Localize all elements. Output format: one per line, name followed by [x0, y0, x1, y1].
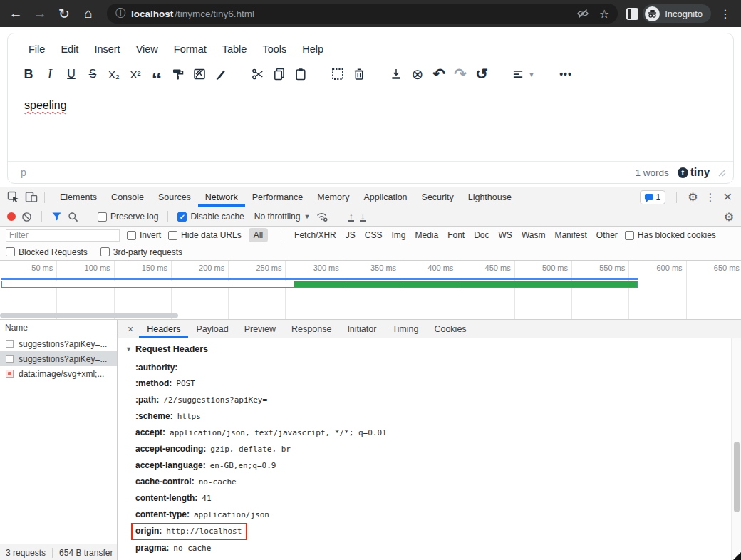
devtools-close-icon[interactable]: ✕: [723, 190, 732, 204]
delete-button[interactable]: [348, 63, 370, 85]
filter-type-media[interactable]: Media: [415, 230, 438, 240]
filter-input[interactable]: [6, 229, 120, 242]
disable-cache-checkbox[interactable]: ✓ Disable cache: [177, 212, 244, 222]
menu-help[interactable]: Help: [294, 41, 331, 58]
back-icon[interactable]: ←: [6, 4, 26, 24]
hide-data-urls-checkbox[interactable]: Hide data URLs: [168, 230, 242, 240]
more-button[interactable]: •••: [555, 63, 576, 85]
request-row[interactable]: suggestions?apiKey=...: [0, 351, 117, 366]
filter-type-manifest[interactable]: Manifest: [554, 230, 586, 240]
network-conditions-icon[interactable]: [316, 211, 328, 222]
tab-console[interactable]: Console: [104, 187, 151, 207]
cut-button[interactable]: [247, 63, 269, 85]
filter-type-img[interactable]: Img: [391, 230, 405, 240]
underline-button[interactable]: U: [61, 63, 82, 85]
menu-table[interactable]: Table: [214, 41, 255, 58]
tab-application[interactable]: Application: [356, 187, 414, 207]
detail-tab-timing[interactable]: Timing: [384, 320, 426, 338]
select-all-button[interactable]: [327, 63, 348, 85]
restore-draft-button[interactable]: ↺: [471, 63, 492, 85]
filter-type-fetch-xhr[interactable]: Fetch/XHR: [294, 230, 336, 240]
menu-format[interactable]: Format: [166, 41, 214, 58]
resize-handle-icon[interactable]: [718, 169, 726, 177]
invert-checkbox[interactable]: Invert: [127, 230, 161, 240]
tab-elements[interactable]: Elements: [53, 187, 104, 207]
network-settings-icon[interactable]: ⚙: [724, 210, 734, 224]
name-column-header[interactable]: Name: [0, 320, 117, 336]
filter-type-js[interactable]: JS: [346, 230, 356, 240]
side-panel-icon[interactable]: [626, 8, 638, 20]
tab-performance[interactable]: Performance: [245, 187, 311, 207]
has-blocked-cookies-box[interactable]: [625, 231, 634, 240]
record-icon[interactable]: [7, 212, 16, 221]
paste-button[interactable]: [290, 63, 311, 85]
site-info-icon[interactable]: ⓘ: [115, 7, 125, 20]
invert-box[interactable]: [127, 231, 136, 240]
hide-data-urls-box[interactable]: [168, 231, 177, 240]
request-row[interactable]: data:image/svg+xml;...: [0, 366, 117, 381]
request-headers-section[interactable]: ▼ Request Headers: [125, 344, 741, 354]
issues-badge[interactable]: 1: [640, 190, 666, 204]
detail-tab-response[interactable]: Response: [284, 320, 339, 338]
tab-lighthouse[interactable]: Lighthouse: [461, 187, 519, 207]
editor-content-area[interactable]: speeling: [8, 88, 733, 161]
redo-button[interactable]: ↷: [450, 63, 471, 85]
menu-view[interactable]: View: [128, 41, 166, 58]
reload-icon[interactable]: ↻: [54, 4, 74, 24]
subscript-button[interactable]: X₂: [103, 63, 125, 85]
disclosure-triangle-icon[interactable]: ▼: [125, 346, 132, 353]
preserve-log-box[interactable]: [98, 212, 107, 222]
address-bar[interactable]: ⓘ localhost /tinymce/tiny6.html ☆: [107, 4, 618, 24]
word-count[interactable]: 1 words: [635, 167, 668, 178]
throttling-select[interactable]: No throttling ▼: [254, 212, 311, 222]
timeline-hscrollbar[interactable]: [0, 313, 178, 318]
search-icon[interactable]: [68, 212, 78, 222]
export-har-icon[interactable]: ↓: [360, 212, 366, 222]
filter-type-ws[interactable]: WS: [499, 230, 512, 240]
detail-tab-initiator[interactable]: Initiator: [339, 320, 384, 338]
tiny-logo[interactable]: t tiny: [678, 166, 710, 179]
detail-tab-payload[interactable]: Payload: [188, 320, 236, 338]
superscript-button[interactable]: X²: [125, 63, 146, 85]
copy-button[interactable]: [269, 63, 290, 85]
network-overview-timeline[interactable]: 50 ms100 ms150 ms200 ms250 ms300 ms350 m…: [0, 261, 741, 320]
device-toolbar-icon[interactable]: [25, 191, 38, 203]
fill-frame-button[interactable]: [189, 63, 210, 85]
filter-type-font[interactable]: Font: [447, 230, 465, 240]
import-har-icon[interactable]: ↑: [348, 212, 354, 222]
forward-icon[interactable]: →: [30, 4, 50, 24]
detail-tab-preview[interactable]: Preview: [237, 320, 284, 338]
filter-type-css[interactable]: CSS: [365, 230, 383, 240]
undo-button[interactable]: ↶: [428, 63, 450, 85]
filter-type-other[interactable]: Other: [596, 230, 618, 240]
tab-sources[interactable]: Sources: [151, 187, 198, 207]
format-painter-button[interactable]: [167, 63, 189, 85]
home-icon[interactable]: ⌂: [78, 4, 98, 24]
detail-scrollbar-thumb[interactable]: [734, 442, 740, 512]
has-blocked-cookies-checkbox[interactable]: Has blocked cookies: [625, 230, 716, 240]
eye-off-icon[interactable]: [576, 9, 589, 19]
strikethrough-button[interactable]: S: [82, 63, 103, 85]
detail-tab-cookies[interactable]: Cookies: [426, 320, 474, 338]
browser-menu-icon[interactable]: ⋮: [715, 4, 735, 24]
align-button[interactable]: ▼: [508, 63, 539, 85]
devtools-settings-icon[interactable]: ⚙: [688, 190, 698, 204]
blocked-requests-box[interactable]: [6, 247, 15, 256]
filter-type-wasm[interactable]: Wasm: [522, 230, 546, 240]
menu-insert[interactable]: Insert: [86, 41, 128, 58]
detail-close-icon[interactable]: ×: [122, 323, 139, 335]
brush-button[interactable]: [210, 63, 232, 85]
inspect-element-icon[interactable]: [7, 191, 19, 203]
menu-edit[interactable]: Edit: [53, 41, 86, 58]
download-button[interactable]: [385, 63, 407, 85]
third-party-requests-box[interactable]: [100, 247, 110, 256]
blockquote-button[interactable]: “: [146, 63, 167, 85]
bookmark-star-icon[interactable]: ☆: [599, 7, 609, 21]
filter-funnel-icon[interactable]: [51, 212, 62, 222]
bold-button[interactable]: B: [18, 63, 39, 85]
filter-type-doc[interactable]: Doc: [474, 230, 489, 240]
disable-cache-box[interactable]: ✓: [177, 212, 187, 222]
cancel-button[interactable]: ⊗: [407, 63, 428, 85]
blocked-requests-checkbox[interactable]: Blocked Requests: [6, 247, 88, 257]
third-party-requests-checkbox[interactable]: 3rd-party requests: [100, 247, 182, 257]
